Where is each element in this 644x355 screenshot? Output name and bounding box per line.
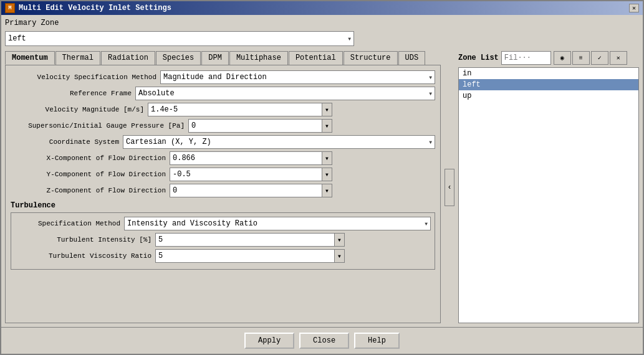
x-component-row: X-Component of Flow Direction ▼ (11, 151, 435, 165)
right-panel: Zone List ◉ ≡ ✓ ✕ in left up (458, 51, 639, 323)
zone-list-label: Zone List (458, 54, 499, 62)
tab-multiphase[interactable]: Multiphase (229, 51, 288, 65)
turbulent-viscosity-label: Turbulent Viscosity Ratio (15, 252, 155, 260)
tab-thermal[interactable]: Thermal (55, 51, 100, 65)
tab-structure[interactable]: Structure (344, 51, 398, 65)
y-component-label: Y-Component of Flow Direction (11, 171, 170, 178)
supersonic-input[interactable] (188, 119, 322, 133)
velocity-magnitude-row: Velocity Magnitude [m/s] ▼ (11, 103, 435, 116)
coordinate-system-value: Cartesian (X, Y, Z) (126, 138, 211, 146)
footer: Apply Close Help (1, 327, 643, 354)
turbulence-box: Specification Method Intensity and Visco… (11, 212, 435, 270)
zone-list-buttons: ◉ ≡ ✓ ✕ (554, 51, 627, 65)
primary-zone-dropdown[interactable]: left ▼ (5, 31, 354, 46)
velocity-spec-dropdown[interactable]: Magnitude and Direction ▼ (160, 70, 435, 84)
x-component-group: ▼ (170, 151, 332, 165)
x-component-btn[interactable]: ▼ (322, 151, 332, 165)
supersonic-row: Supersonic/Initial Gauge Pressure [Pa] ▼ (11, 119, 435, 133)
zone-list: in left up (458, 67, 639, 323)
turbulent-intensity-row: Turbulent Intensity [%] ▼ (15, 233, 431, 247)
coordinate-system-arrow: ▼ (429, 140, 432, 145)
supersonic-btn[interactable]: ▼ (322, 119, 332, 133)
reference-frame-row: Reference Frame Absolute ▼ (11, 87, 435, 100)
turbulent-intensity-label: Turbulent Intensity [%] (15, 236, 155, 244)
velocity-spec-arrow: ▼ (429, 75, 432, 80)
zone-item-in[interactable]: in (459, 68, 638, 79)
velocity-magnitude-label: Velocity Magnitude [m/s] (11, 106, 148, 113)
zone-btn-2[interactable]: ≡ (572, 51, 590, 65)
coordinate-system-dropdown[interactable]: Cartesian (X, Y, Z) ▼ (123, 135, 435, 149)
z-component-row: Z-Component of Flow Direction ▼ (11, 184, 435, 197)
app-icon: M (5, 3, 15, 13)
zone-btn-3[interactable]: ✓ (591, 51, 608, 65)
zone-item-left[interactable]: left (459, 79, 638, 90)
zone-filter-input[interactable] (501, 51, 551, 65)
reference-frame-value: Absolute (138, 89, 175, 98)
velocity-spec-value: Magnitude and Direction (163, 73, 267, 82)
tab-potential[interactable]: Potential (289, 51, 343, 65)
z-component-btn[interactable]: ▼ (322, 184, 332, 197)
turbulent-viscosity-group: ▼ (155, 249, 345, 263)
zone-btn-1[interactable]: ◉ (554, 51, 571, 65)
turbulent-intensity-group: ▼ (155, 233, 345, 247)
primary-zone-arrow: ▼ (348, 36, 351, 42)
reference-frame-label: Reference Frame (11, 90, 135, 97)
velocity-spec-label: Velocity Specification Method (11, 73, 160, 81)
primary-zone-value: left (8, 34, 26, 43)
spec-method-row: Specification Method Intensity and Visco… (15, 217, 431, 230)
window-title: Multi Edit Velocity Inlet Settings (19, 4, 171, 12)
reference-frame-arrow: ▼ (429, 91, 432, 97)
tab-radiation[interactable]: Radiation (101, 51, 155, 65)
zone-list-header: Zone List ◉ ≡ ✓ ✕ (458, 51, 639, 65)
tab-uds[interactable]: UDS (398, 51, 426, 65)
turbulent-intensity-input[interactable] (155, 233, 335, 247)
spec-method-value: Intensity and Viscosity Ratio (127, 219, 257, 228)
turbulence-label: Turbulence (11, 201, 435, 210)
zone-item-up[interactable]: up (459, 90, 638, 102)
zone-btn-4[interactable]: ✕ (610, 51, 627, 65)
x-component-input[interactable] (170, 151, 322, 165)
title-bar: M Multi Edit Velocity Inlet Settings ✕ (1, 1, 643, 15)
velocity-magnitude-btn[interactable]: ▼ (322, 103, 332, 116)
tab-content: Velocity Specification Method Magnitude … (5, 65, 441, 323)
turbulent-viscosity-row: Turbulent Viscosity Ratio ▼ (15, 249, 431, 263)
primary-zone-label: Primary Zone (5, 19, 639, 27)
spec-method-dropdown[interactable]: Intensity and Viscosity Ratio ▼ (124, 217, 431, 230)
y-component-group: ▼ (170, 168, 332, 181)
title-bar-left: M Multi Edit Velocity Inlet Settings (5, 3, 171, 13)
spec-method-label: Specification Method (15, 220, 124, 227)
left-panel: Momentum Thermal Radiation Species DPM M… (5, 51, 441, 323)
velocity-magnitude-group: ▼ (148, 103, 332, 116)
close-button[interactable]: Close (299, 333, 349, 349)
primary-zone-row: left ▼ (5, 31, 639, 46)
main-area: Momentum Thermal Radiation Species DPM M… (5, 51, 639, 323)
tab-species[interactable]: Species (156, 51, 201, 65)
window-content: Primary Zone left ▼ Momentum Thermal Rad… (1, 15, 643, 327)
y-component-input[interactable] (170, 168, 322, 181)
apply-button[interactable]: Apply (244, 333, 294, 349)
spec-method-arrow: ▼ (425, 221, 428, 227)
z-component-input[interactable] (170, 184, 322, 197)
close-window-button[interactable]: ✕ (629, 4, 639, 12)
z-component-label: Z-Component of Flow Direction (11, 187, 170, 194)
supersonic-label: Supersonic/Initial Gauge Pressure [Pa] (11, 122, 188, 130)
supersonic-group: ▼ (188, 119, 332, 133)
help-button[interactable]: Help (354, 333, 400, 349)
turbulent-viscosity-btn[interactable]: ▼ (335, 249, 345, 263)
main-window: M Multi Edit Velocity Inlet Settings ✕ P… (0, 0, 644, 355)
collapse-button[interactable]: ‹ (445, 169, 454, 206)
velocity-magnitude-input[interactable] (148, 103, 322, 116)
tab-dpm[interactable]: DPM (201, 51, 229, 65)
velocity-spec-row: Velocity Specification Method Magnitude … (11, 70, 435, 84)
y-component-btn[interactable]: ▼ (322, 168, 332, 181)
turbulent-intensity-btn[interactable]: ▼ (335, 233, 345, 247)
x-component-label: X-Component of Flow Direction (11, 154, 170, 162)
coordinate-system-row: Coordinate System Cartesian (X, Y, Z) ▼ (11, 135, 435, 149)
tabs: Momentum Thermal Radiation Species DPM M… (5, 51, 441, 65)
reference-frame-dropdown[interactable]: Absolute ▼ (135, 87, 435, 100)
coordinate-system-label: Coordinate System (11, 138, 123, 146)
tab-momentum[interactable]: Momentum (5, 51, 55, 65)
turbulent-viscosity-input[interactable] (155, 249, 335, 263)
z-component-group: ▼ (170, 184, 332, 197)
y-component-row: Y-Component of Flow Direction ▼ (11, 168, 435, 181)
